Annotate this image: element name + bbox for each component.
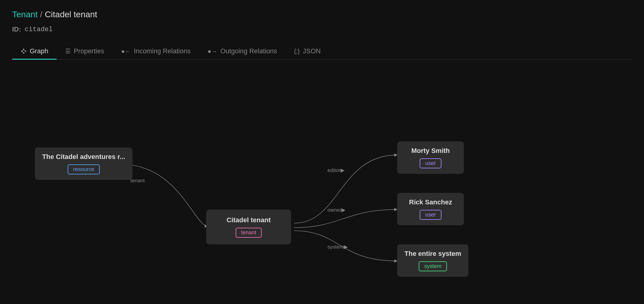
edge-label-system: system▶ [327,244,348,250]
tab-graph[interactable]: Graph [12,43,57,59]
graph-svg [12,60,632,304]
node-morty-smith-badge: user [420,158,441,168]
node-citadel-adventures-title: The Citadel adventures r... [42,153,125,161]
page-container: Tenant / Citadel tenant ID: citadel Grap… [0,0,644,304]
edge-label-tenant: tenant [130,178,145,184]
node-rick-sanchez-title: Rick Sanchez [409,198,452,206]
outgoing-icon: ●→ [208,48,217,55]
breadcrumb: Tenant / Citadel tenant [12,10,632,19]
node-entire-system[interactable]: The entire system system [397,244,468,277]
node-morty-smith-title: Morty Smith [411,147,450,155]
svg-line-5 [24,50,25,51]
edge-label-editor: editor▶ [327,167,344,173]
breadcrumb-separator: / [40,10,42,19]
graph-icon [21,48,27,54]
node-rick-sanchez[interactable]: Rick Sanchez user [397,193,464,225]
breadcrumb-current: Citadel tenant [45,10,97,19]
svg-line-6 [22,51,23,53]
json-icon: {;} [294,48,300,55]
id-value: citadel [25,26,52,33]
node-citadel-adventures[interactable]: The Citadel adventures r... resource [35,147,132,180]
tab-json-label: JSON [303,47,321,55]
incoming-icon: ●← [121,48,131,55]
tab-properties[interactable]: ☰ Properties [57,43,112,59]
svg-line-4 [22,50,23,51]
node-entire-system-badge: system [419,261,447,271]
breadcrumb-tenant-link[interactable]: Tenant [12,10,38,19]
id-row: ID: citadel [12,25,632,33]
node-morty-smith[interactable]: Morty Smith user [397,141,464,174]
node-entire-system-title: The entire system [404,250,461,258]
tab-incoming-label: Incoming Relations [134,47,191,55]
node-citadel-tenant[interactable]: Citadel tenant tenant [206,210,291,244]
tab-outgoing-label: Outgoing Relations [220,47,277,55]
tab-graph-label: Graph [30,47,48,55]
tab-outgoing[interactable]: ●→ Outgoing Relations [199,43,286,59]
id-label: ID: [12,25,21,33]
node-rick-sanchez-badge: user [420,210,441,220]
tab-properties-label: Properties [74,47,104,55]
tab-incoming[interactable]: ●← Incoming Relations [112,43,199,59]
tabs-bar: Graph ☰ Properties ●← Incoming Relations… [12,43,632,60]
properties-icon: ☰ [65,48,71,55]
graph-area: tenant editor▶ owner▶ system▶ The Citade… [12,60,632,304]
edge-label-owner: owner▶ [327,207,345,213]
node-citadel-tenant-badge: tenant [236,228,262,238]
tab-json[interactable]: {;} JSON [286,43,329,59]
node-citadel-adventures-badge: resource [68,164,100,174]
node-citadel-tenant-title: Citadel tenant [226,216,270,224]
